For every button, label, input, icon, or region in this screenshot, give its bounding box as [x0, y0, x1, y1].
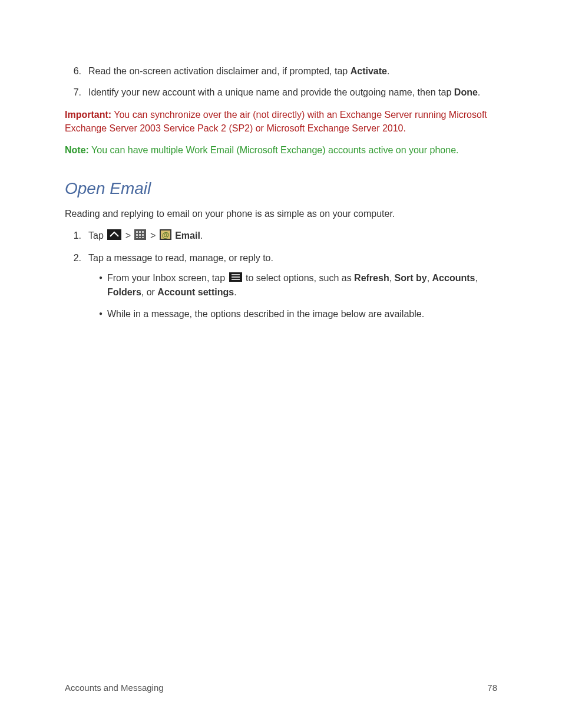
email-at-icon: @ [160, 229, 171, 243]
text: , or [141, 287, 158, 297]
note-callout: Note: You can have multiple Work Email (… [65, 143, 497, 157]
text: From your Inbox screen, tap [107, 273, 228, 283]
bullet-marker: ● [99, 271, 107, 299]
bullet-text: While in a message, the options describe… [107, 307, 497, 321]
bold-text: Account settings [157, 287, 234, 297]
important-callout: Important: You can synchronize over the … [65, 108, 497, 135]
text: . [478, 87, 480, 97]
list-number: 2. [65, 252, 88, 329]
ordered-list: 1. Tap > > @ Email. 2. Tap a message to … [65, 229, 497, 330]
list-text: Tap > > @ Email. [88, 229, 497, 243]
list-item: 6. Read the on-screen activation disclai… [65, 65, 497, 78]
footer-section-title: Accounts and Messaging [65, 683, 164, 693]
svg-rect-0 [107, 229, 121, 240]
apps-grid-icon [134, 229, 146, 243]
important-label: Important: [65, 110, 111, 120]
text: Tap [88, 230, 106, 241]
text: to select options, such as [243, 273, 355, 283]
svg-rect-17 [232, 279, 240, 280]
bullet-list: ● From your Inbox screen, tap to select … [88, 271, 497, 321]
svg-rect-3 [139, 231, 141, 233]
bold-text: Done [454, 87, 478, 97]
svg-rect-7 [142, 234, 144, 236]
note-label: Note: [65, 145, 89, 155]
text: , [427, 273, 432, 283]
bullet-marker: ● [99, 307, 107, 321]
note-text: You can have multiple Work Email (Micros… [89, 145, 459, 155]
list-item: 7. Identify your new account with a uniq… [65, 86, 497, 99]
bold-text: Folders [107, 287, 141, 297]
text: . [387, 66, 389, 76]
svg-rect-6 [139, 234, 141, 236]
text: Tap a message to read, manage, or reply … [88, 253, 273, 263]
svg-rect-8 [136, 237, 138, 238]
bold-text: Email [173, 230, 200, 241]
section-heading: Open Email [65, 179, 497, 198]
svg-rect-15 [232, 274, 240, 275]
footer-page-number: 78 [487, 683, 497, 693]
menu-icon [229, 272, 242, 285]
bold-text: Sort by [395, 273, 427, 283]
list-text: Identify your new account with a unique … [88, 86, 497, 99]
list-item: 1. Tap > > @ Email. [65, 229, 497, 243]
svg-text:@: @ [161, 230, 169, 239]
home-icon [107, 229, 121, 243]
text: . [234, 287, 236, 297]
svg-rect-9 [139, 237, 141, 238]
document-page: 6. Read the on-screen activation disclai… [0, 0, 562, 728]
bold-text: Activate [351, 66, 387, 76]
bullet-item: ● While in a message, the options descri… [99, 307, 497, 321]
text: . [200, 230, 203, 241]
list-number: 6. [65, 65, 88, 78]
svg-rect-2 [136, 231, 138, 233]
list-text: Tap a message to read, manage, or reply … [88, 252, 497, 329]
svg-rect-16 [232, 276, 240, 278]
text: Identify your new account with a unique … [88, 87, 454, 97]
list-number: 7. [65, 86, 88, 99]
text: , [389, 273, 395, 283]
list-number: 1. [65, 229, 88, 243]
text: Read the on-screen activation disclaimer… [88, 66, 351, 76]
list-item: 2. Tap a message to read, manage, or rep… [65, 252, 497, 329]
svg-rect-4 [142, 231, 144, 233]
page-footer: Accounts and Messaging 78 [65, 683, 497, 693]
important-text: You can synchronize over the air (not di… [65, 110, 487, 133]
separator: > [147, 230, 158, 241]
ordered-list-continued: 6. Read the on-screen activation disclai… [65, 65, 497, 100]
bullet-text: From your Inbox screen, tap to select op… [107, 271, 497, 299]
svg-rect-10 [142, 237, 144, 238]
bold-text: Refresh [354, 273, 389, 283]
bold-text: Accounts [432, 273, 475, 283]
list-text: Read the on-screen activation disclaimer… [88, 65, 497, 78]
svg-rect-5 [136, 234, 138, 236]
text: , [475, 273, 477, 283]
separator: > [123, 230, 133, 241]
intro-paragraph: Reading and replying to email on your ph… [65, 207, 497, 220]
bullet-item: ● From your Inbox screen, tap to select … [99, 271, 497, 299]
